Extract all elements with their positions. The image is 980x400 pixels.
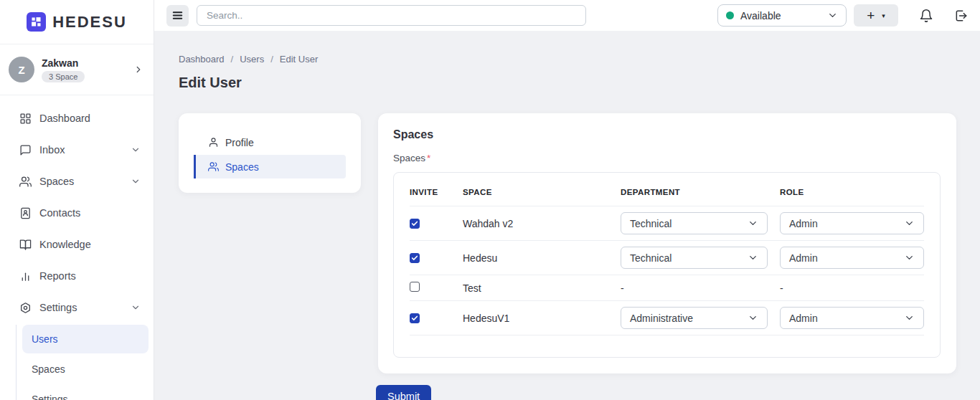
sidebar-item-inbox[interactable]: Inbox bbox=[0, 134, 154, 166]
sidebar-item-label: Settings bbox=[39, 302, 77, 313]
sidebar-item-contacts[interactable]: Contacts bbox=[0, 197, 154, 229]
avatar: Z bbox=[9, 57, 34, 82]
role-value: Admin bbox=[789, 313, 818, 324]
dashboard-grid-icon bbox=[19, 113, 32, 125]
role-cell: - bbox=[780, 282, 924, 294]
department-value: Administrative bbox=[630, 313, 693, 324]
sidebar-item-reports[interactable]: Reports bbox=[0, 260, 154, 292]
logout-icon[interactable] bbox=[954, 9, 969, 23]
breadcrumb-item-edit-user: Edit User bbox=[280, 54, 318, 65]
department-select[interactable]: Technical bbox=[621, 247, 768, 269]
sidebar-item-label: Knowledge bbox=[39, 239, 91, 250]
tab-profile[interactable]: Profile bbox=[194, 130, 346, 154]
space-count-badge: 3 Space bbox=[42, 71, 85, 82]
breadcrumb-separator: / bbox=[231, 54, 234, 65]
hamburger-icon bbox=[171, 9, 184, 22]
department-select[interactable]: Technical bbox=[621, 212, 768, 234]
chevron-down-icon bbox=[748, 313, 758, 323]
role-value: Admin bbox=[789, 218, 818, 229]
notifications-bell-icon[interactable] bbox=[919, 9, 933, 23]
space-name: Wahdah v2 bbox=[463, 218, 621, 229]
spaces-panel: Spaces Spaces* INVITESPACEDEPARTMENTROLE… bbox=[378, 113, 956, 373]
invite-cell bbox=[410, 252, 463, 264]
tab-spaces[interactable]: Spaces bbox=[194, 155, 346, 178]
sidebar-item-dashboard[interactable]: Dashboard bbox=[0, 103, 154, 134]
chevron-down-icon bbox=[904, 218, 915, 229]
spaces-table: INVITESPACEDEPARTMENTROLEWahdah v2Techni… bbox=[393, 172, 941, 358]
sidebar-item-label: Inbox bbox=[39, 144, 65, 156]
role-value: Admin bbox=[789, 252, 818, 264]
settings-submenu: UsersSpacesSettings bbox=[16, 325, 154, 400]
field-label: Spaces bbox=[393, 153, 425, 163]
submenu-item-label: Spaces bbox=[32, 363, 65, 375]
availability-select[interactable]: Available bbox=[717, 4, 847, 27]
chevron-down-icon bbox=[748, 218, 758, 229]
sidebar-item-knowledge[interactable]: Knowledge bbox=[0, 229, 154, 260]
contacts-icon bbox=[19, 207, 32, 219]
space-name: Test bbox=[463, 282, 621, 294]
sidebar-item-label: Spaces bbox=[39, 176, 74, 187]
spaces-icon bbox=[208, 161, 219, 172]
spaces-icon bbox=[19, 176, 32, 188]
column-header-role: ROLE bbox=[780, 188, 924, 196]
column-header-invite: INVITE bbox=[410, 188, 463, 196]
submenu-item-settings[interactable]: Settings bbox=[22, 385, 149, 400]
brand-name: HEDESU bbox=[52, 13, 127, 32]
breadcrumb-item-dashboard[interactable]: Dashboard bbox=[179, 54, 225, 65]
table-row: HedesuTechnicalAdmin bbox=[410, 240, 924, 275]
role-select[interactable]: Admin bbox=[780, 247, 924, 269]
invite-checkbox[interactable] bbox=[410, 282, 420, 292]
topbar: Available + ▾ bbox=[154, 0, 980, 31]
sidebar-nav: DashboardInboxSpacesContactsKnowledgeRep… bbox=[0, 95, 154, 400]
department-select[interactable]: Administrative bbox=[621, 307, 768, 329]
table-row: Test-- bbox=[410, 275, 924, 300]
department-value: Technical bbox=[630, 218, 672, 229]
department-cell: Technical bbox=[621, 212, 780, 234]
role-select[interactable]: Admin bbox=[780, 307, 924, 329]
inbox-icon bbox=[19, 144, 32, 156]
menu-toggle-button[interactable] bbox=[166, 5, 189, 27]
role-select[interactable]: Admin bbox=[780, 212, 924, 234]
breadcrumb-item-users[interactable]: Users bbox=[240, 54, 264, 65]
invite-cell bbox=[410, 313, 463, 324]
department-cell: Technical bbox=[621, 247, 780, 269]
hedesu-logo-icon bbox=[27, 12, 46, 32]
required-marker: * bbox=[427, 153, 430, 163]
sidebar: HEDESU Z Zakwan 3 Space DashboardInboxSp… bbox=[0, 0, 154, 400]
column-header-department: DEPARTMENT bbox=[621, 188, 780, 196]
space-name: Hedesu bbox=[463, 252, 621, 264]
submenu-item-label: Users bbox=[32, 333, 58, 345]
main-column: Available + ▾ Dashboard/Users/Edit User … bbox=[154, 0, 980, 400]
user-profile[interactable]: Z Zakwan 3 Space bbox=[0, 44, 154, 95]
invite-checkbox[interactable] bbox=[410, 253, 420, 263]
invite-checkbox[interactable] bbox=[410, 219, 420, 229]
user-name: Zakwan bbox=[42, 57, 85, 69]
chevron-down-icon bbox=[131, 176, 141, 186]
submenu-item-users[interactable]: Users bbox=[22, 325, 149, 353]
role-cell: Admin bbox=[780, 212, 924, 234]
add-button[interactable]: + ▾ bbox=[854, 4, 898, 27]
sidebar-item-spaces[interactable]: Spaces bbox=[0, 166, 154, 197]
chevron-right-icon bbox=[133, 65, 143, 75]
table-header-row: INVITESPACEDEPARTMENTROLE bbox=[410, 173, 924, 206]
brand[interactable]: HEDESU bbox=[0, 0, 154, 44]
breadcrumb: Dashboard/Users/Edit User bbox=[179, 54, 956, 65]
page-title: Edit User bbox=[179, 75, 956, 91]
person-icon bbox=[208, 137, 219, 148]
sidebar-item-settings[interactable]: Settings bbox=[0, 292, 154, 323]
empty-role-value: - bbox=[780, 282, 783, 294]
submenu-item-spaces[interactable]: Spaces bbox=[22, 355, 149, 384]
chevron-down-icon bbox=[904, 252, 915, 263]
role-cell: Admin bbox=[780, 307, 924, 329]
search-input[interactable] bbox=[197, 5, 586, 26]
submit-button[interactable]: Submit bbox=[376, 385, 431, 400]
main-content: Dashboard/Users/Edit User Edit User Prof… bbox=[154, 31, 980, 400]
column-header-space: SPACE bbox=[463, 188, 621, 196]
invite-checkbox[interactable] bbox=[410, 313, 420, 323]
invite-cell bbox=[410, 218, 463, 229]
knowledge-icon bbox=[19, 239, 32, 251]
department-value: Technical bbox=[630, 252, 672, 264]
sidebar-item-label: Dashboard bbox=[39, 113, 90, 124]
sidebar-item-label: Contacts bbox=[39, 207, 80, 219]
sidebar-item-label: Reports bbox=[39, 270, 76, 282]
